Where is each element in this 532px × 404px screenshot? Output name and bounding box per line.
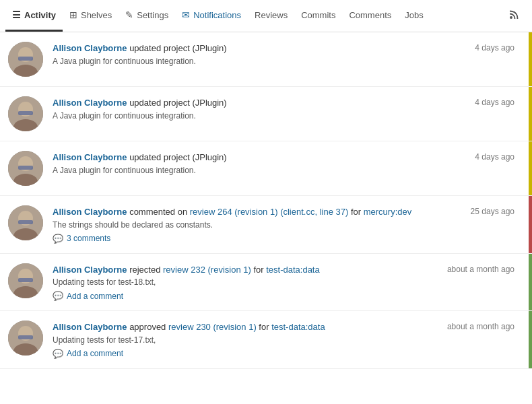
side-bar-yellow (529, 87, 532, 141)
add-comment-row: 💬 Add a comment (53, 291, 439, 301)
activity-item: Allison Clayborne updated project (JPlug… (0, 32, 532, 87)
avatar (8, 263, 43, 298)
action-text: commented on (127, 207, 190, 217)
nav-item-notifications[interactable]: ✉ Notifications (175, 0, 248, 32)
activity-content: Allison Clayborne updated project (JPlug… (53, 96, 467, 123)
user-name-link[interactable]: Allison Clayborne (53, 322, 127, 332)
side-bar-green (529, 311, 532, 368)
activity-sub-text: A Java plugin for continuous integration… (53, 57, 467, 66)
activity-content: Allison Clayborne approved review 230 (r… (53, 321, 439, 359)
nav-item-shelves[interactable]: ⊞ Shelves (63, 0, 119, 32)
timestamp: about a month ago (447, 263, 514, 274)
nav-label-settings: Settings (137, 10, 168, 20)
user-name-link[interactable]: Allison Clayborne (53, 265, 127, 275)
review-link[interactable]: review 264 (revision 1) (client.cc, line… (190, 207, 349, 217)
action-text: updated project (JPlugin) (127, 98, 227, 108)
nav-item-commits[interactable]: Commits (294, 0, 342, 32)
timestamp: 4 days ago (475, 151, 514, 162)
activity-item: Allison Clayborne rejected review 232 (r… (0, 254, 532, 312)
activity-sub-text: A Java plugin for continuous integration… (53, 111, 467, 121)
activity-sub-text: A Java plugin for continuous integration… (53, 166, 467, 175)
pencil-icon: ✎ (125, 9, 133, 20)
activity-sub-text: Updating tests for test-18.txt, (53, 277, 439, 287)
comment-icon: 💬 (53, 234, 63, 244)
mail-icon: ✉ (182, 9, 190, 20)
action-suffix: for (348, 207, 363, 217)
svg-rect-8 (18, 111, 33, 115)
side-bar-green (529, 254, 532, 311)
comment-count-link[interactable]: 3 comments (67, 234, 110, 243)
nav-label-comments: Comments (349, 10, 391, 20)
for-link[interactable]: test-data:data (266, 265, 320, 275)
action-text: rejected (127, 265, 163, 275)
add-comment-link[interactable]: Add a comment (67, 292, 123, 301)
nav-item-jobs[interactable]: Jobs (398, 0, 430, 32)
comment-icon: 💬 (53, 349, 63, 359)
user-name-link[interactable]: Allison Clayborne (53, 207, 127, 217)
activity-main-line: Allison Clayborne updated project (JPlug… (53, 151, 467, 164)
activity-main-line: Allison Clayborne updated project (JPlug… (53, 42, 467, 55)
add-comment-row: 💬 Add a comment (53, 349, 439, 359)
activity-main-line: Allison Clayborne commented on review 26… (53, 205, 463, 219)
svg-rect-12 (18, 166, 33, 170)
nav-item-comments[interactable]: Comments (342, 0, 398, 32)
activity-main-line: Allison Clayborne updated project (JPlug… (53, 96, 467, 110)
action-text: approved (127, 322, 168, 332)
activity-item: Allison Clayborne approved review 230 (r… (0, 311, 532, 369)
avatar (8, 151, 43, 186)
for-link[interactable]: mercury:dev (364, 207, 412, 217)
nav-label-notifications: Notifications (193, 10, 241, 20)
svg-point-0 (510, 16, 512, 19)
rss-icon (509, 9, 520, 22)
activity-sub-text: Updating tests for test-17.txt, (53, 335, 439, 345)
grid-icon: ☰ (12, 9, 21, 20)
nav-label-jobs: Jobs (405, 10, 423, 20)
activity-content: Allison Clayborne commented on review 26… (53, 205, 463, 244)
comment-icon: 💬 (53, 291, 63, 301)
timestamp: 4 days ago (475, 42, 514, 53)
timestamp: about a month ago (447, 321, 514, 331)
shelves-icon: ⊞ (69, 9, 77, 20)
avatar (8, 42, 43, 77)
nav-label-commits: Commits (301, 10, 335, 20)
activity-content: Allison Clayborne updated project (JPlug… (53, 151, 467, 178)
activity-content: Allison Clayborne updated project (JPlug… (53, 42, 467, 69)
action-text: updated project (JPlugin) (127, 43, 227, 53)
activity-item: Allison Clayborne commented on review 26… (0, 196, 532, 254)
svg-rect-24 (18, 335, 33, 339)
nav-label-reviews: Reviews (255, 10, 288, 20)
svg-rect-16 (18, 220, 33, 224)
activity-main-line: Allison Clayborne approved review 230 (r… (53, 321, 439, 334)
nav-label-activity: Activity (24, 10, 56, 20)
side-bar-yellow (529, 32, 532, 86)
nav-item-settings[interactable]: ✎ Settings (119, 0, 175, 32)
side-bar-yellow (529, 141, 532, 195)
user-name-link[interactable]: Allison Clayborne (53, 43, 127, 53)
add-comment-link[interactable]: Add a comment (67, 349, 123, 358)
nav-bar: ☰ Activity ⊞ Shelves ✎ Settings ✉ Notifi… (0, 0, 532, 32)
activity-sub-text: The strings should be declared as consta… (53, 220, 463, 230)
action-suffix: for (251, 265, 266, 275)
user-name-link[interactable]: Allison Clayborne (53, 152, 127, 162)
review-link[interactable]: review 230 (revision 1) (168, 322, 257, 332)
nav-label-shelves: Shelves (81, 10, 112, 20)
comment-row: 💬 3 comments (53, 234, 463, 244)
svg-rect-20 (18, 278, 33, 282)
action-suffix: for (257, 322, 271, 332)
avatar (8, 96, 43, 131)
nav-item-reviews[interactable]: Reviews (248, 0, 294, 32)
for-link[interactable]: test-data:data (271, 322, 325, 332)
timestamp: 4 days ago (475, 96, 514, 107)
nav-item-activity[interactable]: ☰ Activity (5, 0, 63, 32)
activity-main-line: Allison Clayborne rejected review 232 (r… (53, 263, 439, 277)
avatar (8, 321, 43, 356)
side-bar-red (529, 196, 532, 253)
activity-list: Allison Clayborne updated project (JPlug… (0, 32, 532, 369)
svg-rect-4 (18, 57, 33, 61)
timestamp: 25 days ago (471, 205, 514, 216)
avatar (8, 205, 43, 240)
activity-content: Allison Clayborne rejected review 232 (r… (53, 263, 439, 302)
user-name-link[interactable]: Allison Clayborne (53, 98, 127, 108)
review-link[interactable]: review 232 (revision 1) (163, 265, 251, 275)
nav-item-rss[interactable] (502, 0, 527, 32)
